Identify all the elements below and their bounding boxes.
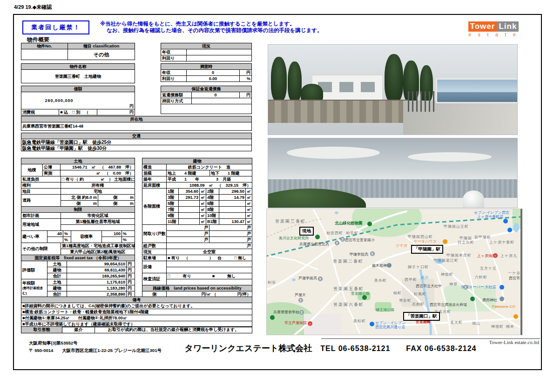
rights-value: 所有権: [61, 182, 135, 189]
deal-note: お取引が成約の際は、当社規定の媒介報酬と消費税を申し受けます。: [95, 327, 252, 333]
refund-debt-value: 0: [192, 92, 240, 98]
remarks-line: ■詳細資料の開示につきましては、CA(秘密保持誓約書)のご提出が必要となっており…: [21, 303, 252, 309]
food-pin-icon: [443, 239, 447, 244]
tree: [271, 57, 287, 101]
city-planning-label: 都市計画: [21, 213, 61, 219]
land-category-label: 地目: [21, 189, 61, 195]
map-container[interactable]: 苦楽園三番町現地北山緑化植物園柏堂西町柏堂町黒川古文化研究所兵庫県立西宮北高西宮…: [266, 209, 522, 335]
warning-line-1: ※当社から得た情報をもとに、売主又は関係者に接触することを厳禁とします。: [100, 20, 398, 27]
floor-ratio-v2: [102, 237, 122, 243]
store-pin-icon: [507, 228, 512, 232]
refund-debt-label: 返還債務額: [161, 92, 192, 98]
yield-value: [187, 55, 252, 61]
property-flyer: 4/29 19.◆未確認 業者回し厳禁！ ※当社から得た情報をもとに、売主又は関…: [0, 0, 554, 392]
total-floor-area-value: 1088.09 ㎡ （ 329.15 坪）: [167, 182, 252, 189]
city-planning-value: 市街化区域: [61, 213, 135, 219]
parking-label: 駐車場: [142, 255, 167, 261]
building-status-value: 全空室: [167, 249, 252, 255]
land-category-value: 宅地: [61, 189, 135, 195]
price-table: 価額 260,000,000 円 消費税 ■ 込 □ 別 （ ） 円: [21, 86, 135, 115]
license-number: 大阪府知事(3)第53552号: [29, 340, 78, 346]
equipment-value-2: [167, 267, 252, 273]
income-label: 年収: [161, 49, 187, 55]
total-units-value: 戸: [167, 243, 252, 249]
deposit-method-label: 持回り方式: [161, 98, 192, 104]
price-unit: 円: [97, 92, 135, 109]
coverage-ratio-label: 建ぺい率: [21, 231, 47, 243]
photo-street-view: [268, 44, 518, 135]
total-units-label: 総戸数: [142, 243, 167, 249]
road-price-header: 路線価格 land prices based on accessibility: [142, 285, 252, 291]
hospital-pin-icon: +: [493, 253, 498, 258]
deal-label: 取引形態: [21, 327, 62, 333]
assessed-value-label: 評価額: [21, 261, 47, 279]
food-pin-icon: [513, 314, 518, 319]
price-value: 260,000,000: [21, 92, 97, 109]
observatory-dome: [463, 190, 484, 208]
road-r1c2: 側 m: [98, 195, 135, 201]
school-pin-icon: 文: [340, 237, 345, 242]
company-address: 〒 550-0014 大阪市西区北堀江1-22-25 プレジール北堀江301号: [29, 348, 162, 354]
fixed-asset-tax-header: 固定資産税等 fixed asset tax （令和3年度）: [21, 255, 135, 261]
current-status-header: 現況: [161, 43, 252, 49]
store-pin-icon: [503, 219, 508, 223]
access-header: 交通: [21, 133, 252, 139]
warning-line-2: なお、接触行為を確認した場合、その内容次第で損害賠償請求等の法的手段を講じます。: [100, 27, 398, 34]
registered-value: 1546.71 ㎡ （ 467.88 坪）: [61, 164, 135, 170]
remarks-line: ■構造:鉄筋コンクリート・鉄骨・軽量鉄骨造陸屋根地下1階付4階建: [21, 309, 252, 315]
inspection-value: □ 有り ■ 無し: [167, 273, 252, 279]
full-yield-value: 0.00: [187, 76, 240, 82]
coverage-v2: [47, 237, 63, 243]
gate: [408, 91, 436, 112]
property-no-label: 物件No.: [21, 43, 68, 49]
floor-ratio-u1: %: [122, 231, 135, 237]
photo-panorama: [268, 138, 518, 208]
building-table: 建物 構造 鉄筋コンクリート 造 規模 地上 4 階建 地下 1 階建 築年 平…: [142, 158, 252, 297]
scale-above: 地上 4 階建: [167, 170, 210, 176]
company-name: タワーリンクエステート株式会社: [184, 343, 312, 354]
park-pin-icon: [362, 295, 367, 300]
logo-estate: e s t a t e: [463, 32, 524, 37]
road-label: 道路: [21, 195, 61, 207]
stone-wall: [268, 100, 408, 123]
private-road-value: □ 有り（ 約 ㎡ ） 土地面積に含む: [61, 176, 135, 182]
surveyed-value: ㎡ （ 0.00 坪）: [61, 170, 135, 176]
coverage-u1: %: [63, 231, 71, 237]
floor-ratio-label: 容積率: [71, 231, 102, 243]
school-pin-icon: 文: [318, 277, 323, 281]
no-broker-stamp: 業者回し厳禁！: [22, 20, 89, 34]
full-income-value: 0: [187, 70, 240, 76]
property-name-value: 苦楽園三番町 土地建物: [21, 70, 135, 83]
school-pin-icon: 文: [370, 251, 375, 256]
shrine-pin-icon: [387, 263, 392, 268]
full-yield-label: 利回り: [161, 76, 187, 82]
zoning-value-2: [61, 225, 135, 231]
refund-debt-unit: 円: [239, 92, 251, 98]
other-restriction-1: 第1種高度地区・宅地造成工事規制区域: [61, 243, 135, 249]
cloud: [408, 152, 492, 162]
deal-table: 取引形態 媒介 お取引が成約の際は、当社規定の媒介報酬と消費税を申し受けます。: [21, 326, 252, 333]
scale-below: 地下 1 階建: [210, 170, 252, 176]
deposit-method-value: [192, 98, 252, 104]
land-header: 土地: [21, 158, 135, 164]
cloud: [287, 147, 380, 159]
equipment-value-1: [167, 261, 252, 267]
access-line-1: 阪急電鉄甲陽線「苦楽園口」駅 徒歩25分: [21, 139, 252, 145]
deposit-header: 保証金返還債務: [161, 86, 252, 92]
coverage-u2: %: [63, 237, 71, 243]
coverage-v1: 40: [47, 231, 63, 237]
full-occupancy-table: 満室時 年収0円 利回り0.00%: [161, 63, 252, 82]
park-pin-icon: [315, 235, 320, 239]
footer-divider: [321, 338, 540, 339]
remarks-line: ■付属建物①:車庫34.25㎡ 付属建物②:礼拝所78.00㎡: [21, 315, 252, 321]
access-table: 交通 阪急電鉄甲陽線「苦楽園口」駅 徒歩25分 阪急電鉄甲陽線「甲陽園」駅 徒歩…: [21, 133, 252, 151]
access-line-2: 阪急電鉄甲陽線「甲陽園」駅 徒歩30分: [21, 145, 252, 151]
tree: [385, 54, 403, 102]
rights-label: 権利: [21, 182, 61, 189]
full-income-label: 年収: [161, 70, 187, 76]
park-pin-icon: [367, 222, 372, 226]
full-yield-unit: %: [239, 76, 251, 82]
registered-label: 公簿: [43, 164, 61, 170]
zoning-value-1: 第1種低層住居専用地域: [61, 219, 135, 225]
road-r2c1: 側 m: [61, 201, 98, 207]
